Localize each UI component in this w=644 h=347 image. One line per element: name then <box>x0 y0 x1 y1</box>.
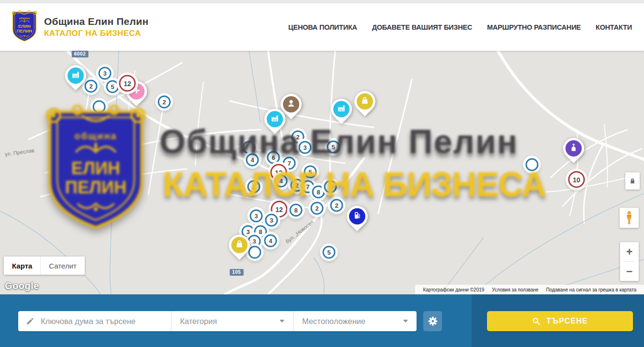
pegman-icon <box>624 211 634 225</box>
cluster-marker[interactable]: 3 <box>265 214 278 227</box>
nav-item-contacts[interactable]: КОНТАКТИ <box>596 23 632 31</box>
pencil-icon <box>26 317 34 325</box>
factory-icon <box>71 70 80 81</box>
church-category-pin[interactable] <box>563 138 584 159</box>
nav-item-route-schedule[interactable]: МАРШРУТНО РАЗПИСАНИЕ <box>487 23 581 31</box>
cluster-marker[interactable] <box>93 101 106 113</box>
cluster-marker[interactable] <box>249 246 261 259</box>
factory-category-pin[interactable] <box>264 109 285 130</box>
cluster-marker[interactable]: 2 <box>85 80 98 93</box>
map-canvas[interactable]: 6002105ул. Преславбул. „Новосел 32512223… <box>0 51 644 294</box>
factory-icon <box>270 113 280 125</box>
zoom-control: + − <box>620 242 639 281</box>
cluster-marker[interactable]: 3 <box>250 210 263 223</box>
road-number-badge: 105 <box>230 269 244 276</box>
bag-category-pin[interactable] <box>229 235 250 256</box>
svg-text:община: община <box>19 16 30 19</box>
zoom-out-button[interactable]: − <box>620 262 639 281</box>
advanced-search-button[interactable] <box>423 311 442 331</box>
fuel-category-pin[interactable] <box>347 206 368 227</box>
cluster-marker[interactable]: 2 <box>248 180 260 193</box>
attribution-terms-link[interactable]: Условия за ползване <box>488 287 542 292</box>
search-box: Категория Местоположение <box>18 311 417 331</box>
bag-icon <box>235 239 244 251</box>
main-nav: ЦЕНОВА ПОЛИТИКА ДОБАВЕТЕ ВАШИЯТ БИЗНЕС М… <box>288 23 632 31</box>
svg-text:ПЕЛИН: ПЕЛИН <box>17 29 32 34</box>
municipality-logo[interactable]: община ЕЛИН ПЕЛИН <box>11 10 38 45</box>
cluster-marker[interactable]: 6 <box>267 151 280 164</box>
worker-icon <box>286 99 296 110</box>
cluster-marker[interactable]: 4 <box>246 154 259 167</box>
satellite-view-button[interactable]: Сателит <box>40 257 85 275</box>
chevron-down-icon <box>280 320 284 323</box>
attribution-copyright: Картографски данни ©2019 <box>419 287 488 292</box>
cluster-marker[interactable] <box>526 158 539 171</box>
cluster-marker[interactable]: 5 <box>106 80 119 93</box>
map-attribution: Картографски данни ©2019 Условия за полз… <box>415 285 644 294</box>
cluster-marker[interactable]: 3 <box>99 67 112 80</box>
factory-category-pin[interactable] <box>331 99 352 120</box>
cluster-marker[interactable]: 4 <box>324 180 337 193</box>
cluster-marker[interactable]: 5 <box>304 166 317 179</box>
road-number-badge: 6002 <box>72 51 89 57</box>
keyword-search-input[interactable] <box>41 317 156 326</box>
map-lock-button[interactable] <box>625 172 640 190</box>
location-dropdown-label: Местоположение <box>302 317 365 326</box>
cluster-marker[interactable]: 10 <box>568 171 585 188</box>
chevron-down-icon <box>403 320 408 323</box>
nav-item-price-policy[interactable]: ЦЕНОВА ПОЛИТИКА <box>288 23 357 31</box>
fuel-icon <box>352 211 362 222</box>
category-dropdown[interactable]: Категория <box>171 311 293 331</box>
zoom-in-button[interactable]: + <box>620 242 639 261</box>
location-dropdown[interactable]: Местоположение <box>293 311 417 331</box>
cluster-marker[interactable]: 5 <box>327 141 340 154</box>
search-icon <box>532 317 541 325</box>
church-icon <box>569 143 578 154</box>
site-subtitle: КАТАЛОГ НА БИЗНЕСА <box>44 29 148 38</box>
page-top-strip <box>0 0 644 3</box>
cluster-marker[interactable]: 4 <box>264 235 277 247</box>
cluster-marker[interactable]: 8 <box>312 186 325 199</box>
keyword-field-wrap <box>18 311 171 331</box>
cluster-marker[interactable]: 2 <box>330 199 343 212</box>
cluster-marker[interactable]: 3 <box>299 141 312 154</box>
attribution-report-error-link[interactable]: Подаване на сигнал за грешка в картата <box>542 287 640 292</box>
svg-text:ЕЛИН: ЕЛИН <box>18 23 31 28</box>
search-button-label: ТЪРСЕНЕ <box>546 317 588 325</box>
lock-icon <box>629 178 636 184</box>
cluster-marker[interactable]: 2 <box>311 202 324 215</box>
category-dropdown-label: Категория <box>180 317 217 326</box>
search-bar: Категория Местоположение ТЪРСЕНЕ <box>0 294 644 347</box>
map-type-switch: Карта Сателит <box>4 257 85 275</box>
map-view-button[interactable]: Карта <box>4 257 40 275</box>
cluster-marker[interactable]: 5 <box>323 246 336 259</box>
gear-icon <box>428 316 438 326</box>
site-header: община ЕЛИН ПЕЛИН Община Елин Пелин КАТА… <box>0 3 644 51</box>
bag-category-pin[interactable] <box>354 91 375 112</box>
street-view-pegman-button[interactable] <box>620 208 639 228</box>
nav-item-add-business[interactable]: ДОБАВЕТЕ ВАШИЯТ БИЗНЕС <box>372 23 472 31</box>
cluster-marker[interactable]: 2 <box>158 96 171 109</box>
search-submit-button[interactable]: ТЪРСЕНЕ <box>487 311 633 331</box>
factory-category-pin[interactable] <box>65 65 86 86</box>
factory-icon <box>337 103 346 115</box>
google-logo[interactable]: Google <box>5 280 39 291</box>
site-title: Община Елин Пелин <box>44 16 148 27</box>
bag-icon <box>360 96 370 107</box>
cluster-marker[interactable]: 12 <box>119 75 136 92</box>
cluster-marker[interactable]: 8 <box>290 204 303 217</box>
cluster-marker[interactable] <box>243 141 256 154</box>
cluster-marker[interactable]: 4 <box>275 175 288 188</box>
